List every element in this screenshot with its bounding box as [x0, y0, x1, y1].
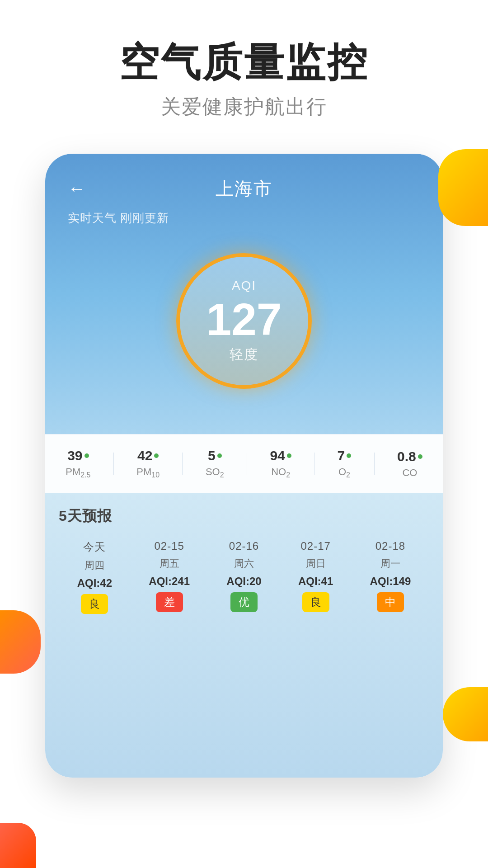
forecast-weekday-0215: 周五: [160, 557, 179, 571]
forecast-weekday-0217: 周日: [306, 557, 326, 571]
so2-label: SO2: [206, 466, 224, 479]
no2-label: NO2: [271, 466, 290, 479]
forecast-badge-0217: 良: [302, 592, 329, 612]
page-subtitle: 关爱健康护航出行: [27, 94, 461, 120]
co-value: 0.8: [397, 449, 416, 464]
pm10-label: PM10: [136, 466, 160, 479]
separator-4: [314, 453, 314, 475]
pollutants-section: 39 PM2.5 42 PM10 5 SO2: [45, 434, 443, 493]
pollutant-pm10: 42 PM10: [136, 448, 160, 479]
forecast-weekday-today: 周四: [84, 559, 104, 572]
app-top-section: ← 上海市 实时天气 刚刚更新 AQI 127 轻度: [45, 154, 443, 434]
update-info: 实时天气 刚刚更新: [68, 210, 420, 226]
so2-dot: [217, 453, 222, 458]
aqi-description: 轻度: [230, 345, 258, 364]
forecast-badge-today: 良: [81, 594, 108, 614]
forecast-section: 5天预报 今天 周四 AQI:42 良 02-15 周五 AQI:241 差 0…: [45, 493, 443, 778]
pollutant-co: 0.8 CO: [397, 449, 422, 479]
aqi-circle-container: AQI 127 轻度: [68, 244, 420, 407]
forecast-aqi-0218: AQI:149: [370, 575, 411, 588]
aqi-label: AQI: [232, 278, 256, 293]
forecast-badge-0215: 差: [156, 592, 183, 612]
o2-label: O2: [338, 466, 350, 479]
o2-dot: [347, 453, 351, 458]
pollutant-no2: 94 NO2: [270, 448, 291, 479]
pm25-value: 39: [67, 448, 82, 463]
co-dot: [418, 454, 422, 459]
separator-2: [182, 453, 183, 475]
back-button[interactable]: ←: [68, 179, 86, 199]
forecast-date-0215: 02-15: [154, 540, 184, 552]
forecast-date-0216: 02-16: [229, 540, 259, 552]
forecast-aqi-today: AQI:42: [77, 577, 112, 590]
forecast-weekday-0218: 周一: [380, 557, 400, 571]
pm25-dot: [84, 453, 89, 458]
pollutant-so2: 5 SO2: [206, 448, 224, 479]
aqi-value: 127: [206, 297, 282, 342]
no2-dot: [287, 453, 291, 458]
forecast-row: 今天 周四 AQI:42 良 02-15 周五 AQI:241 差 02-16 …: [59, 540, 429, 614]
forecast-date-today: 今天: [83, 540, 106, 554]
pm10-value: 42: [137, 448, 152, 463]
app-screen: ← 上海市 实时天气 刚刚更新 AQI 127 轻度 39 PM2.5: [45, 154, 443, 778]
separator-1: [113, 453, 114, 475]
separator-5: [374, 453, 375, 475]
pm10-dot: [154, 453, 159, 458]
city-name: 上海市: [216, 176, 272, 201]
decoration-blob-red-bottom: [0, 823, 36, 868]
pollutant-pm25: 39 PM2.5: [66, 448, 90, 479]
decoration-blob-bottom-right: [443, 687, 488, 741]
forecast-weekday-0216: 周六: [234, 557, 254, 571]
phone-mockup: ← 上海市 实时天气 刚刚更新 AQI 127 轻度 39 PM2.5: [45, 154, 443, 778]
forecast-aqi-0215: AQI:241: [149, 575, 190, 588]
separator-3: [247, 453, 247, 475]
forecast-aqi-0216: AQI:20: [226, 575, 261, 588]
page-header: 空气质量监控 关爱健康护航出行: [0, 0, 488, 147]
forecast-item-0215: 02-15 周五 AQI:241 差: [149, 540, 190, 614]
forecast-aqi-0217: AQI:41: [298, 575, 333, 588]
page-title: 空气质量监控: [27, 41, 461, 85]
pm25-label: PM2.5: [66, 466, 90, 479]
forecast-title: 5天预报: [59, 506, 429, 526]
decoration-blob-bottom-left: [0, 610, 41, 674]
forecast-badge-0216: 优: [230, 592, 258, 612]
forecast-item-0217: 02-17 周日 AQI:41 良: [298, 540, 333, 614]
forecast-item-today: 今天 周四 AQI:42 良: [77, 540, 112, 614]
app-header: ← 上海市: [68, 176, 420, 201]
so2-value: 5: [208, 448, 216, 463]
co-label: CO: [402, 467, 417, 479]
no2-value: 94: [270, 448, 285, 463]
forecast-item-0218: 02-18 周一 AQI:149 中: [370, 540, 411, 614]
forecast-date-0217: 02-17: [300, 540, 330, 552]
pollutant-o2: 7 O2: [338, 448, 352, 479]
aqi-circle: AQI 127 轻度: [176, 253, 312, 389]
forecast-item-0216: 02-16 周六 AQI:20 优: [226, 540, 261, 614]
forecast-badge-0218: 中: [377, 592, 404, 612]
forecast-date-0218: 02-18: [375, 540, 405, 552]
decoration-blob-top-right: [438, 149, 488, 226]
o2-value: 7: [338, 448, 345, 463]
